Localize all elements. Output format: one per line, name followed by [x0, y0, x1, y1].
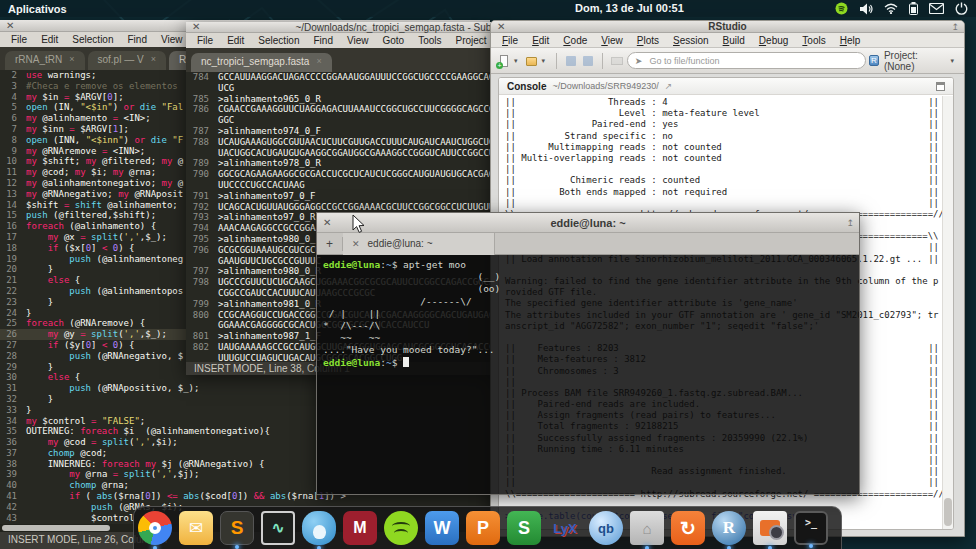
- goto-file-box[interactable]: ➤: [627, 52, 866, 69]
- menu-edit[interactable]: Edit: [220, 34, 251, 47]
- menu-goto[interactable]: Goto: [375, 34, 411, 47]
- open-file-dropdown-icon[interactable]: ▾: [541, 57, 545, 65]
- new-file-dropdown-icon[interactable]: ▾: [514, 57, 518, 65]
- dock-icon-wpss[interactable]: S: [507, 511, 541, 545]
- dock-icon-folder[interactable]: ⌂: [630, 511, 664, 545]
- dock-icon-bird[interactable]: [302, 511, 336, 545]
- console-line: || Paired-end : yes||: [505, 119, 939, 130]
- menu-tools[interactable]: Tools: [411, 34, 448, 47]
- console-line: || Multi-overlapping reads : not counted…: [505, 153, 939, 164]
- save-icon[interactable]: [564, 54, 578, 68]
- scrollbar-thumb[interactable]: [944, 498, 952, 526]
- menu-view[interactable]: View: [594, 34, 630, 47]
- open-dir-icon[interactable]: ↗: [665, 81, 673, 91]
- maximize-pane-icon[interactable]: [936, 82, 945, 91]
- battery-icon[interactable]: [909, 2, 918, 15]
- rollup-icon[interactable]: ↥: [951, 22, 959, 32]
- print-icon[interactable]: [610, 54, 624, 68]
- terminal-line: * /\---/\: [323, 320, 853, 332]
- power-icon[interactable]: [955, 2, 968, 15]
- terminal-output[interactable]: eddie@luna:~$ apt-get moo (__) (oo) /---…: [317, 255, 859, 494]
- dock-icon-terminal[interactable]: >_: [794, 511, 828, 545]
- menu-file[interactable]: File: [495, 34, 525, 47]
- dock-icon-sync[interactable]: ↻: [671, 511, 705, 545]
- menu-file[interactable]: File: [190, 34, 220, 47]
- new-tab-button[interactable]: +: [317, 237, 343, 251]
- tab-close-icon[interactable]: ×: [151, 54, 156, 70]
- new-file-icon[interactable]: +: [497, 54, 511, 68]
- console-header: Console ~/Downloads/SRR949230/ ↗: [499, 78, 953, 95]
- menu-debug[interactable]: Debug: [752, 34, 795, 47]
- project-cube-icon: R: [869, 55, 879, 66]
- spotify-icon[interactable]: [835, 2, 848, 15]
- menu-plots[interactable]: Plots: [630, 34, 666, 47]
- menu-file[interactable]: File: [4, 33, 34, 46]
- dock-icon-lyx[interactable]: LyX: [548, 511, 582, 545]
- open-file-icon[interactable]: [525, 54, 539, 68]
- terminal-cursor: [403, 357, 409, 367]
- menu-edit[interactable]: Edit: [34, 33, 65, 46]
- menubar-rstudio: FileEditCodeViewPlotsSessionBuildDebugTo…: [491, 33, 964, 48]
- applications-menu[interactable]: Aplicativos: [8, 3, 67, 15]
- console-line: || Both ends mapped : not required||: [505, 187, 939, 198]
- terminal-line: (__): [323, 271, 853, 283]
- dock-icon-screenshot[interactable]: [753, 511, 787, 545]
- mouse-cursor: [352, 214, 366, 234]
- dock-icon-mail[interactable]: ✉: [179, 511, 213, 545]
- menu-session[interactable]: Session: [666, 34, 716, 47]
- tab-fasta-file[interactable]: nc_tropici_semgap.fasta ×: [191, 53, 332, 72]
- tab-close-icon[interactable]: ✕: [352, 239, 360, 249]
- dock-icon-sublime[interactable]: S: [220, 511, 254, 545]
- dock-icon-wpsw[interactable]: W: [425, 511, 459, 545]
- terminal-tabstrip: + ✕ eddie@luna: ~: [317, 233, 859, 255]
- menu-selection[interactable]: Selection: [65, 33, 120, 46]
- menu-view[interactable]: View: [154, 33, 190, 46]
- dock-icon-mendeley[interactable]: M: [343, 511, 377, 545]
- console-line: || Multimapping reads : not counted||: [505, 142, 939, 153]
- tab-close-icon[interactable]: ×: [69, 54, 74, 70]
- menu-help[interactable]: Help: [833, 34, 868, 47]
- terminal-line: ~~ ~~: [323, 332, 853, 344]
- dock-icon-chrome[interactable]: [138, 511, 172, 545]
- terminal-tab[interactable]: ✕ eddie@luna: ~: [343, 233, 495, 255]
- menu-edit[interactable]: Edit: [525, 34, 556, 47]
- console-line: || Threads : 4||: [505, 97, 939, 108]
- menu-selection[interactable]: Selection: [251, 34, 306, 47]
- top-panel: Aplicativos Dom, 13 de Jul 00:51: [0, 0, 976, 17]
- save-all-icon[interactable]: [581, 54, 595, 68]
- goto-file-input[interactable]: [647, 55, 857, 67]
- project-selector[interactable]: R Project: (None) ▾: [869, 50, 958, 72]
- wifi-icon[interactable]: [884, 3, 898, 14]
- dock-icon-rstudio[interactable]: R: [712, 511, 746, 545]
- menu-code[interactable]: Code: [556, 34, 594, 47]
- menu-project[interactable]: Project: [449, 34, 494, 47]
- terminal-line: ...."Have you mooed today?"...: [323, 344, 853, 356]
- menu-find[interactable]: Find: [121, 33, 154, 46]
- menu-find[interactable]: Find: [307, 34, 340, 47]
- rollup-icon[interactable]: ↥: [846, 218, 854, 228]
- dock-icon-qbt[interactable]: qb: [589, 511, 623, 545]
- mail-icon[interactable]: [929, 3, 944, 14]
- dock-icon-sysmon[interactable]: ∿: [261, 511, 295, 545]
- close-icon[interactable]: ✕: [0, 21, 20, 31]
- console-line: ||||: [505, 164, 939, 175]
- tab-close-icon[interactable]: ×: [316, 56, 321, 72]
- terminal-line: eddie@luna:~$ apt-get moo: [323, 259, 853, 271]
- project-dropdown-icon: ▾: [950, 57, 954, 65]
- dock-icon-wpsp[interactable]: P: [466, 511, 500, 545]
- tab-sof-pl-v[interactable]: sof.pl — V×: [88, 51, 166, 70]
- terminal-line: /------\/: [323, 296, 853, 308]
- titlebar[interactable]: ✕ RStudio ↥: [491, 21, 964, 33]
- volume-icon[interactable]: [859, 3, 873, 15]
- dock-icon-spotify[interactable]: [384, 511, 418, 545]
- console-scrollbar[interactable]: [942, 96, 953, 529]
- goto-arrow-icon: ➤: [635, 56, 643, 66]
- titlebar[interactable]: ✕ eddie@luna: ~ ↥: [317, 213, 859, 233]
- clock[interactable]: Dom, 13 de Jul 00:51: [575, 2, 684, 14]
- console-line: || Strand specific : no||: [505, 131, 939, 142]
- tab-rrna_trn[interactable]: rRNA_tRN×: [5, 51, 85, 70]
- menu-view[interactable]: View: [340, 34, 376, 47]
- menu-build[interactable]: Build: [716, 34, 752, 47]
- scrollbar-thumb[interactable]: [2, 525, 110, 531]
- menu-tools[interactable]: Tools: [795, 34, 832, 47]
